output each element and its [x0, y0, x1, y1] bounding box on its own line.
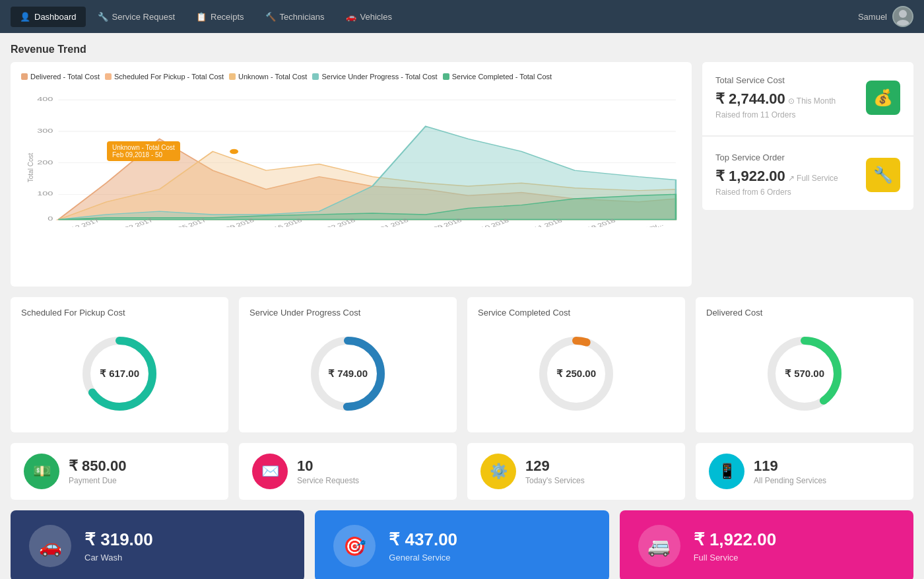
- top-service-order-info: Top Service Order ₹ 1,922.00 ↗ Full Serv…: [715, 153, 838, 197]
- top-service-icon-box: 🔧: [866, 158, 900, 192]
- vehicles-icon: 🚗: [346, 12, 356, 22]
- bottom-label-full-service: Full Service: [694, 553, 776, 562]
- username: Samuel: [858, 12, 887, 22]
- chart-card: Delivered - Total Cost Scheduled For Pic…: [11, 62, 692, 287]
- stat-card-service-requests: ✉️ 10 Service Requests: [239, 443, 457, 500]
- money-bag-icon: 💰: [873, 88, 893, 107]
- donut-wrap-scheduled: ₹ 617.00: [77, 331, 162, 417]
- email-icon-circle: ✉️: [252, 454, 288, 489]
- nav-items: 👤 Dashboard 🔧 Service Request 📋 Receipts…: [11, 7, 858, 27]
- nav-item-vehicles[interactable]: 🚗 Vehicles: [337, 7, 401, 27]
- legend-dot-completed: [443, 73, 449, 80]
- total-service-cost-info: Total Service Cost ₹ 2,744.00 ⊙ This Mon…: [715, 75, 836, 119]
- tools-icon: ⚙️: [490, 463, 508, 480]
- stat-card-todays-services: ⚙️ 129 Today's Services: [467, 443, 685, 500]
- svg-text:200: 200: [37, 159, 53, 166]
- nav-label-receipts: Receipts: [211, 12, 244, 22]
- svg-point-0: [899, 10, 907, 18]
- stats-row: 💵 ₹ 850.00 Payment Due ✉️ 10 Service Req…: [11, 443, 913, 500]
- bottom-card-info-general-service: ₹ 437.00 General Service: [389, 529, 457, 562]
- stat-info-payment: ₹ 850.00 Payment Due: [69, 458, 126, 485]
- chart-svg: 400 300 200 100 0: [21, 88, 681, 227]
- legend-item-delivered: Delivered - Total Cost: [21, 73, 100, 81]
- stat-label-todays-services: Today's Services: [525, 476, 585, 485]
- dashboard-icon: 👤: [20, 12, 30, 22]
- total-service-icon-box: 💰: [866, 81, 900, 115]
- legend-item-progress: Service Under Progress - Total Cost: [312, 73, 437, 81]
- revenue-section: Delivered - Total Cost Scheduled For Pic…: [11, 62, 913, 287]
- stat-info-pending-services: 119 All Pending Services: [754, 458, 826, 485]
- svg-text:300: 300: [37, 127, 53, 134]
- technicians-icon: 🔨: [265, 12, 276, 22]
- donut-card-completed: Service Completed Cost ₹ 250.00: [467, 297, 685, 432]
- donut-card-delivered: Delivered Cost ₹ 570.00: [696, 297, 913, 432]
- stat-value-todays-services: 129: [525, 458, 585, 475]
- nav-label-vehicles: Vehicles: [360, 12, 392, 22]
- stat-info-todays-services: 129 Today's Services: [525, 458, 585, 485]
- legend-dot-delivered: [21, 73, 28, 80]
- main-content: Revenue Trend Delivered - Total Cost Sch…: [0, 33, 924, 579]
- donut-card-progress: Service Under Progress Cost ₹ 749.00: [239, 297, 457, 432]
- total-service-cost-title: Total Service Cost: [715, 75, 836, 85]
- steering-icon-circle: 🎯: [333, 525, 376, 567]
- donut-value-scheduled: ₹ 617.00: [100, 368, 139, 380]
- stat-label-payment: Payment Due: [69, 476, 126, 485]
- donut-card-scheduled-title: Scheduled For Pickup Cost: [21, 308, 125, 318]
- bottom-price-car-wash: ₹ 319.00: [84, 529, 153, 550]
- bottom-price-full-service: ₹ 1,922.00: [694, 529, 776, 550]
- donut-card-scheduled: Scheduled For Pickup Cost ₹ 617.00: [11, 297, 228, 432]
- bottom-label-general-service: General Service: [389, 553, 457, 562]
- svg-text:100: 100: [37, 190, 53, 197]
- bottom-label-car-wash: Car Wash: [84, 553, 153, 562]
- navbar: 👤 Dashboard 🔧 Service Request 📋 Receipts…: [0, 0, 924, 33]
- donut-card-completed-title: Service Completed Cost: [478, 308, 570, 318]
- stat-info-service-requests: 10 Service Requests: [297, 458, 359, 485]
- nav-item-service-request[interactable]: 🔧 Service Request: [88, 7, 184, 27]
- y-axis-title: Total Cost: [27, 153, 34, 182]
- top-service-sub: Raised from 6 Orders: [715, 187, 838, 197]
- bottom-card-info-car-wash: ₹ 319.00 Car Wash: [84, 529, 153, 562]
- wrench-icon: 🔧: [873, 166, 893, 184]
- nav-label-dashboard: Dashboard: [34, 12, 77, 22]
- legend-dot-progress: [312, 73, 319, 80]
- top-service-order-title: Top Service Order: [715, 153, 838, 162]
- legend-label-completed: Service Completed - Total Cost: [452, 73, 552, 81]
- total-service-cost-card: Total Service Cost ₹ 2,744.00 ⊙ This Mon…: [702, 62, 913, 136]
- legend-item-completed: Service Completed - Total Cost: [443, 73, 552, 81]
- nav-user: Samuel: [858, 6, 913, 27]
- svg-text:400: 400: [37, 96, 53, 102]
- nav-item-receipts[interactable]: 📋 Receipts: [187, 7, 253, 27]
- top-service-price: ₹ 1,922.00: [715, 168, 785, 185]
- nav-label-technicians: Technicians: [280, 12, 325, 22]
- nav-item-technicians[interactable]: 🔨 Technicians: [256, 7, 334, 27]
- payment-icon: 💵: [33, 463, 51, 480]
- delivery-icon-circle: 🚐: [638, 525, 680, 567]
- legend-label-scheduled: Scheduled For Pickup - Total Cost: [114, 73, 224, 81]
- donut-wrap-completed: ₹ 250.00: [533, 331, 619, 417]
- stat-value-payment: ₹ 850.00: [69, 458, 126, 475]
- email-icon: ✉️: [261, 463, 279, 480]
- stat-label-service-requests: Service Requests: [297, 476, 359, 485]
- donut-row: Scheduled For Pickup Cost ₹ 617.00 Servi…: [11, 297, 913, 432]
- stat-card-payment: 💵 ₹ 850.00 Payment Due: [11, 443, 228, 500]
- bottom-card-info-full-service: ₹ 1,922.00 Full Service: [694, 529, 776, 562]
- donut-card-progress-title: Service Under Progress Cost: [249, 308, 360, 318]
- nav-label-service-request: Service Request: [112, 12, 175, 22]
- tools-icon-circle: ⚙️: [480, 454, 516, 489]
- delivery-icon: 🚐: [647, 535, 671, 557]
- stat-value-service-requests: 10: [297, 458, 359, 475]
- nav-item-dashboard[interactable]: 👤 Dashboard: [11, 7, 86, 27]
- bottom-card-car-wash: 🚗 ₹ 319.00 Car Wash: [11, 510, 304, 579]
- right-cards: Total Service Cost ₹ 2,744.00 ⊙ This Mon…: [702, 62, 913, 287]
- donut-card-delivered-title: Delivered Cost: [706, 308, 762, 318]
- svg-point-1: [896, 20, 909, 26]
- donut-value-completed: ₹ 250.00: [556, 368, 596, 380]
- total-service-price: ₹ 2,744.00: [715, 90, 785, 108]
- service-request-icon: 🔧: [98, 12, 108, 22]
- total-service-period: ⊙ This Month: [788, 96, 836, 106]
- legend-label-unknown: Unknown - Total Cost: [238, 73, 307, 81]
- mobile-icon-circle: 📱: [709, 454, 744, 489]
- tooltip-point: [230, 149, 238, 154]
- service-cards-wrapper: Total Service Cost ₹ 2,744.00 ⊙ This Mon…: [702, 62, 913, 210]
- car-icon-circle: 🚗: [29, 525, 71, 567]
